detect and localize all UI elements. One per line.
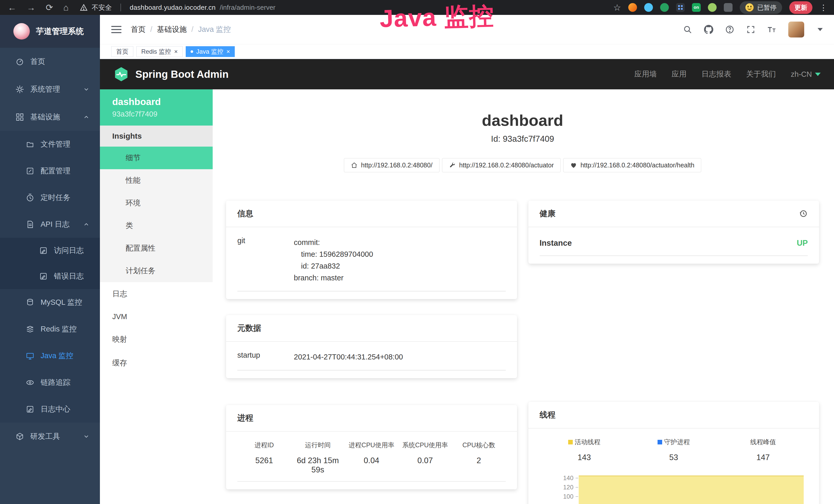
instance-name: dashboard xyxy=(112,96,200,107)
breadcrumb-current: Java 监控 xyxy=(187,24,231,35)
extension-icon-3[interactable] xyxy=(660,3,669,12)
close-icon[interactable] xyxy=(226,48,230,55)
sidebar-item-files[interactable]: 文件管理 xyxy=(0,131,100,158)
extensions-puzzle-icon[interactable] xyxy=(724,3,732,12)
sidebar-item-api-logs[interactable]: API 日志 xyxy=(0,211,100,238)
folder-icon xyxy=(26,140,35,148)
chart-plot-area xyxy=(578,474,808,501)
forward-icon[interactable]: → xyxy=(27,3,36,13)
instance-url-link[interactable]: http://192.168.0.2:48080/ xyxy=(344,158,439,172)
url-path[interactable]: /infra/admin-server xyxy=(220,4,276,12)
sba-item-environment[interactable]: 环境 xyxy=(100,192,213,214)
tab-redis-monitor[interactable]: Redis 监控 xyxy=(136,46,183,57)
instance-header[interactable]: dashboard 93a3fc7f7409 xyxy=(100,89,213,125)
extension-icon-1[interactable] xyxy=(628,3,637,12)
metric-cpu-cores: CPU核心数 2 xyxy=(452,441,506,475)
chevron-down-icon xyxy=(83,86,90,93)
extension-icon-5[interactable] xyxy=(708,3,717,12)
sidebar-item-home[interactable]: 首页 xyxy=(0,48,100,75)
screen: ← → ⟳ ⌂ 不安全 dashboard.yudao.iocoder.cn/i… xyxy=(0,0,834,504)
breadcrumb-home[interactable]: 首页 xyxy=(131,24,146,35)
home-icon xyxy=(351,162,357,169)
reload-icon[interactable]: ⟳ xyxy=(46,2,53,13)
url-domain[interactable]: dashboard.yudao.iocoder.cn xyxy=(130,4,216,12)
sba-nav-applications[interactable]: 应用 xyxy=(672,69,686,79)
sidebar-item-tracing[interactable]: 链路追踪 xyxy=(0,369,100,396)
language-selector[interactable]: zh-CN xyxy=(791,70,821,78)
security-label[interactable]: 不安全 xyxy=(92,3,112,12)
extension-icon-on[interactable]: on xyxy=(692,3,701,12)
github-icon[interactable] xyxy=(704,25,713,34)
metadata-startup-row: startup 2021-04-27T00:44:31.254+08:00 xyxy=(237,351,506,370)
sba-item-mappings[interactable]: 映射 xyxy=(100,328,213,351)
sba-item-caches[interactable]: 缓存 xyxy=(100,351,213,375)
chevron-up-icon xyxy=(83,221,90,228)
sidebar-item-mysql[interactable]: MySQL 监控 xyxy=(0,289,100,316)
breadcrumb: 首页 基础设施 Java 监控 xyxy=(131,24,231,35)
app-logo[interactable]: 芋道管理系统 xyxy=(0,15,100,48)
extension-icon-2[interactable] xyxy=(644,3,653,12)
sba-brand[interactable]: Spring Boot Admin xyxy=(135,69,228,80)
monitor-icon xyxy=(26,351,35,360)
process-card-title: 进程 xyxy=(226,405,517,432)
health-card: 健康 Instance UP xyxy=(528,201,819,264)
sba-item-jvm[interactable]: JVM xyxy=(100,306,213,328)
health-card-title: 健康 xyxy=(540,208,555,219)
logo-avatar xyxy=(13,23,30,40)
tab-java-monitor[interactable]: Java 监控 xyxy=(186,46,235,57)
sidebar-item-error-logs[interactable]: 错误日志 xyxy=(0,264,100,289)
avatar-caret-icon[interactable] xyxy=(817,28,823,31)
info-card-title: 信息 xyxy=(226,201,517,227)
process-card: 进程 进程ID 5261 运行时间 6d 23h 15m 59 xyxy=(226,405,517,489)
browser-menu-icon[interactable]: ⋮ xyxy=(820,3,827,12)
chevron-down-icon xyxy=(815,73,821,76)
sidebar-item-infrastructure[interactable]: 基础设施 xyxy=(0,103,100,131)
metric-process-cpu: 进程CPU使用率 0.04 xyxy=(345,441,398,475)
fullscreen-icon[interactable] xyxy=(746,25,755,34)
tab-home[interactable]: 首页 xyxy=(111,46,133,57)
hamburger-icon[interactable] xyxy=(111,26,122,33)
sba-nav-wallboard[interactable]: 应用墙 xyxy=(634,69,657,79)
sba-item-performance[interactable]: 性能 xyxy=(100,169,213,192)
sba-item-logs[interactable]: 日志 xyxy=(100,282,213,306)
sba-item-config-props[interactable]: 配置属性 xyxy=(100,237,213,259)
sidebar-item-system[interactable]: 系统管理 xyxy=(0,75,100,103)
update-label: 更新 xyxy=(794,3,807,12)
process-metrics: 进程ID 5261 运行时间 6d 23h 15m 59s 进程CPU使用率 xyxy=(237,441,506,482)
sba-nav-about[interactable]: 关于我们 xyxy=(746,69,776,79)
sidebar-item-config[interactable]: 配置管理 xyxy=(0,158,100,184)
live-threads-swatch xyxy=(568,440,573,444)
font-size-icon[interactable] xyxy=(767,25,776,34)
sba-item-scheduled-tasks[interactable]: 计划任务 xyxy=(100,259,213,282)
update-button[interactable]: 更新 xyxy=(789,1,812,14)
close-icon[interactable] xyxy=(174,48,178,55)
address-bar[interactable]: 不安全 dashboard.yudao.iocoder.cn/infra/adm… xyxy=(80,3,275,12)
actuator-url-link[interactable]: http://192.168.0.2:48080/actuator xyxy=(442,158,561,172)
sidebar-item-log-center[interactable]: 日志中心 xyxy=(0,396,100,422)
sidebar-item-jobs[interactable]: 定时任务 xyxy=(0,184,100,211)
tabbar: 首页 Redis 监控 Java 监控 xyxy=(100,44,834,59)
sidebar-item-redis[interactable]: Redis 监控 xyxy=(0,316,100,343)
sba-item-classes[interactable]: 类 xyxy=(100,214,213,237)
extension-icon-4[interactable] xyxy=(676,3,685,12)
paused-badge[interactable]: 已暂停 xyxy=(740,1,782,14)
user-avatar[interactable] xyxy=(788,22,804,38)
health-url-link[interactable]: http://192.168.0.2:48080/actuator/health xyxy=(563,158,701,172)
help-icon[interactable] xyxy=(725,25,734,34)
sba-item-details[interactable]: 细节 xyxy=(100,146,213,169)
sidebar-item-java-monitor[interactable]: Java 监控 xyxy=(0,343,100,369)
metadata-card-title: 元数据 xyxy=(226,315,517,342)
search-icon[interactable] xyxy=(683,25,692,34)
sba-nav-journal[interactable]: 日志报表 xyxy=(701,69,731,79)
sidebar-item-dev-tools[interactable]: 研发工具 xyxy=(0,422,100,450)
home-icon[interactable]: ⌂ xyxy=(63,3,69,13)
sidebar-item-access-logs[interactable]: 访问日志 xyxy=(0,238,100,264)
history-icon[interactable] xyxy=(799,209,808,218)
breadcrumb-infrastructure[interactable]: 基础设施 xyxy=(146,24,187,35)
bookmark-star-icon[interactable]: ☆ xyxy=(613,2,621,13)
live-threads-area xyxy=(579,476,804,504)
threads-card: 线程 活动线程 143 守护进程 53 xyxy=(528,402,819,504)
warning-icon xyxy=(80,4,88,11)
back-icon[interactable]: ← xyxy=(8,3,17,13)
grid-icon xyxy=(16,113,24,121)
